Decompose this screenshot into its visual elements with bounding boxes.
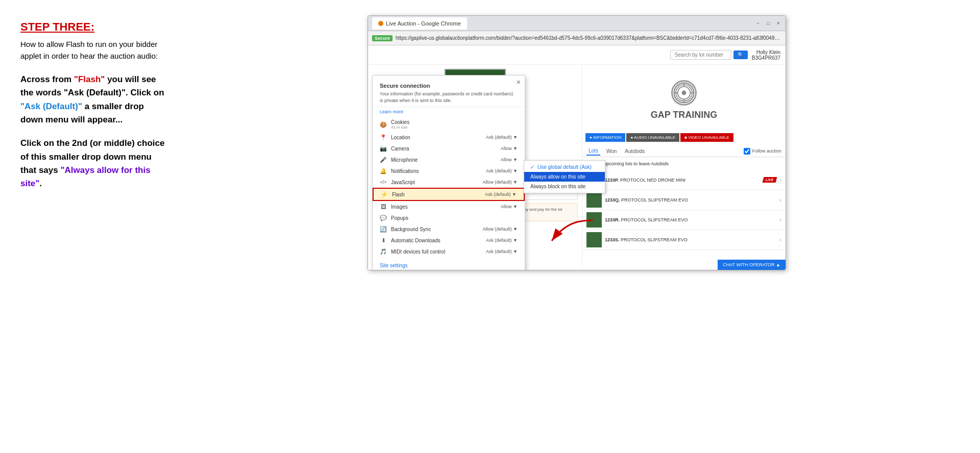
- popup-row-notifications: 🔔 Notifications Ask (default) ▼: [373, 165, 525, 177]
- address-url[interactable]: https://gaplive-us.globalauctionplatform…: [396, 35, 781, 41]
- user-id: B3G4PR637: [752, 55, 780, 61]
- bgsync-icon: 🔄: [380, 225, 387, 233]
- lot-row-1233p[interactable]: 1233P. PROTOCOL NED DRONE MINI LIVE ›: [582, 170, 786, 190]
- popup-title: Secure connection: [373, 81, 525, 90]
- chrome-controls: − □ ×: [755, 20, 781, 27]
- step-body-1: Across from "Flash" you will see the wor…: [20, 73, 168, 127]
- location-value[interactable]: Ask (default) ▼: [486, 135, 518, 140]
- upcoming-note: Click on upcoming lots to leave Autobids: [582, 159, 786, 168]
- cookies-icon: 🍪: [380, 121, 387, 128]
- site-settings-link[interactable]: Site settings: [380, 263, 407, 268]
- lot-thumb-1233r: [586, 212, 602, 228]
- lot-name-1233p: PROTOCOL NED DRONE MINI: [620, 178, 685, 183]
- lot-row-1233q[interactable]: 1233Q. PROTOCOL SLIPSTREAM EVO ›: [582, 190, 786, 210]
- dropdown-label-global: Use global default (Ask): [537, 164, 592, 170]
- lot-name-1233q: PROTOCOL SLIPSTREAM EVO: [621, 197, 688, 203]
- dropdown-label-always-allow: Always allow on this site: [530, 174, 585, 180]
- gap-circle-icon: [671, 80, 697, 106]
- maximize-button[interactable]: □: [765, 20, 771, 27]
- lot-row-1233s[interactable]: 1233S. PROTOCOL SLIPSTREAM EVO ›: [582, 230, 786, 250]
- close-button[interactable]: ×: [775, 20, 781, 27]
- notifications-value[interactable]: Ask (default) ▼: [486, 168, 518, 173]
- search-button[interactable]: 🔍: [733, 51, 748, 59]
- search-input[interactable]: [670, 50, 731, 60]
- javascript-value[interactable]: Allow (default) ▼: [483, 180, 518, 185]
- lot-name-1233s: PROTOCOL SLIPSTREAM EVO: [621, 237, 688, 242]
- search-box: 🔍: [670, 50, 748, 60]
- follow-auction-label: Follow auction: [752, 148, 781, 154]
- chrome-addressbar: Secure https://gaplive-us.globalauctionp…: [368, 31, 786, 45]
- video-unavailable-button[interactable]: ■ VIDEO UNAVAILABLE: [680, 133, 733, 142]
- tab-won[interactable]: Won: [604, 147, 619, 155]
- lot-row-1233r[interactable]: 1233R. PROTOCOL SLIPSTREAM EVO ›: [582, 210, 786, 230]
- dropdown-item-always-block[interactable]: Always block on this site: [524, 182, 605, 191]
- instruction-panel: STEP THREE: How to allow Flash to run on…: [0, 0, 184, 453]
- lots-tabs: Lots Won Autobids Follow auction: [582, 144, 786, 157]
- bgsync-value[interactable]: Allow (default) ▼: [483, 226, 518, 232]
- microphone-value[interactable]: Allow ▼: [501, 157, 518, 162]
- svg-point-16: [682, 91, 687, 95]
- popup-row-bgsync: 🔄 Background Sync Allow (default) ▼: [373, 223, 525, 235]
- lot-info-1233r: 1233R. PROTOCOL SLIPSTREAM EVO: [605, 217, 776, 222]
- step-title: STEP THREE:: [20, 20, 168, 34]
- minimize-button[interactable]: −: [755, 20, 761, 27]
- popup-row-javascript: </> JavaScript Allow (default) ▼: [373, 177, 525, 188]
- lot-chevron-1233p[interactable]: ›: [779, 177, 781, 184]
- auction-header: 🔍 Holly Klein B3G4PR637: [368, 45, 786, 65]
- body1-flash: "Flash": [74, 74, 105, 84]
- browser-window: Live Auction - Google Chrome − □ × Secur…: [368, 15, 786, 270]
- body2-suffix: .: [39, 179, 42, 188]
- tab-lots[interactable]: Lots: [586, 147, 600, 156]
- popup-close-icon[interactable]: ×: [517, 78, 521, 86]
- browser-area: Live Auction - Google Chrome − □ × Secur…: [184, 0, 980, 453]
- popup-row-images: 🖼 Images Allow ▼: [373, 201, 525, 212]
- popup-learn-more[interactable]: Learn more: [373, 109, 525, 117]
- images-value[interactable]: Allow ▼: [501, 204, 518, 209]
- audio-buttons-row: ● INFORMATION ● AUDIO UNAVAILABLE ■ VIDE…: [582, 131, 786, 144]
- camera-value[interactable]: Allow ▼: [501, 146, 518, 151]
- cookies-sub: 41 in use: [391, 125, 409, 130]
- flash-dropdown-submenu: ✓ Use global default (Ask) Always allow …: [524, 160, 605, 193]
- lot-id-1233q: 1233Q.: [605, 197, 620, 203]
- chrome-titlebar: Live Auction - Google Chrome − □ ×: [368, 16, 786, 31]
- notifications-label: Notifications: [391, 168, 482, 174]
- lot-chevron-1233q[interactable]: ›: [779, 196, 781, 204]
- images-label: Images: [391, 204, 497, 210]
- dropdown-item-use-global[interactable]: ✓ Use global default (Ask): [524, 162, 605, 172]
- flash-value[interactable]: Ask (default) ▼: [485, 192, 517, 197]
- svg-point-14: [674, 83, 694, 103]
- popups-icon: 💬: [380, 214, 387, 221]
- follow-auction-input[interactable]: [744, 148, 750, 155]
- lot-id-1233s: 1233S.: [605, 237, 620, 242]
- lot-name-1233r: PROTOCOL SLIPSTREAM EVO: [621, 217, 688, 222]
- flash-label: Flash: [392, 192, 481, 197]
- flash-icon: ⚡: [381, 191, 388, 198]
- javascript-label: JavaScript: [391, 180, 479, 185]
- popup-description: Your information (for example, passwords…: [373, 90, 525, 107]
- midi-value[interactable]: Ask (default) ▼: [486, 249, 518, 254]
- secure-badge: Secure: [372, 35, 393, 41]
- dropdown-item-always-allow[interactable]: Always allow on this site: [524, 172, 605, 182]
- info-button[interactable]: ● INFORMATION: [585, 133, 625, 142]
- popup-row-location: 📍 Location Ask (default) ▼: [373, 132, 525, 143]
- lot-chevron-1233r[interactable]: ›: [779, 216, 781, 223]
- lot-chevron-1233s[interactable]: ›: [779, 236, 781, 243]
- gap-logo-svg: [673, 80, 695, 106]
- lot-id-1233p: 1233P.: [605, 178, 619, 183]
- auction-content: × Secure connection Your information (fo…: [368, 45, 786, 270]
- chrome-tab[interactable]: Live Auction - Google Chrome: [372, 17, 467, 30]
- audio-unavailable-button[interactable]: ● AUDIO UNAVAILABLE: [626, 133, 679, 142]
- popups-label: Popups: [391, 215, 518, 221]
- chat-with-operator-button[interactable]: CHAT WITH OPERATOR ▲: [718, 260, 786, 270]
- tab-autobids[interactable]: Autobids: [623, 147, 647, 155]
- follow-auction-checkbox[interactable]: Follow auction: [744, 148, 781, 155]
- microphone-icon: 🎤: [380, 156, 387, 163]
- cookies-label: Cookies: [391, 119, 409, 125]
- tab-label: Live Auction - Google Chrome: [386, 20, 461, 27]
- step-body-2: Click on the 2nd (or middle) choice of t…: [20, 137, 168, 190]
- autodownload-value[interactable]: Ask (default) ▼: [486, 238, 518, 243]
- location-label: Location: [391, 135, 482, 140]
- user-info: Holly Klein B3G4PR637: [752, 49, 780, 61]
- checkmark-icon: ✓: [530, 164, 534, 170]
- popup-row-flash[interactable]: ⚡ Flash Ask (default) ▼: [373, 188, 525, 201]
